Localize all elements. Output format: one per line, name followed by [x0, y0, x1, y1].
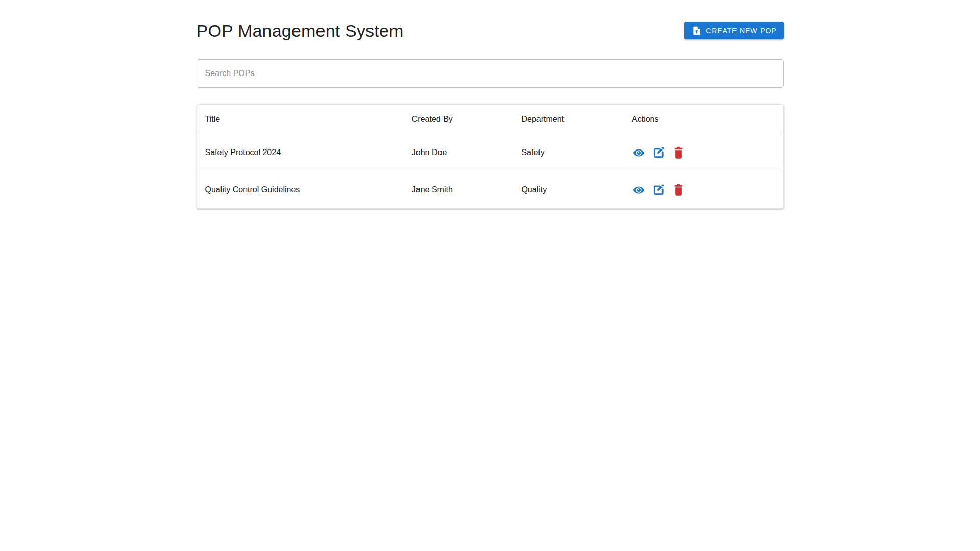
column-header-department: Department: [513, 115, 624, 124]
table-row: Safety Protocol 2024 John Doe Safety: [197, 134, 783, 171]
eye-icon: [632, 184, 645, 196]
trash-icon: [672, 183, 685, 197]
pop-management-page: POP Management System CREATE NEW POP Tit…: [197, 0, 784, 209]
trash-icon: [672, 146, 685, 160]
pop-created-by: John Doe: [404, 148, 513, 157]
eye-icon: [632, 146, 645, 159]
pop-created-by: Jane Smith: [404, 185, 513, 194]
pops-table: Title Created By Department Actions Safe…: [197, 104, 784, 209]
column-header-title: Title: [197, 115, 404, 124]
create-new-pop-button[interactable]: CREATE NEW POP: [684, 22, 783, 39]
edit-icon: [652, 146, 665, 159]
pop-actions-cell: [624, 183, 783, 196]
actions-group: [632, 146, 783, 159]
pop-title: Quality Control Guidelines: [197, 185, 404, 194]
column-header-actions: Actions: [624, 115, 783, 124]
pop-department: Quality: [513, 185, 624, 194]
pop-department: Safety: [513, 148, 624, 157]
view-pop-button[interactable]: [632, 183, 645, 196]
page-header: POP Management System CREATE NEW POP: [197, 20, 784, 41]
table-header-row: Title Created By Department Actions: [197, 105, 783, 134]
create-new-pop-label: CREATE NEW POP: [706, 27, 776, 35]
view-pop-button[interactable]: [632, 146, 645, 159]
edit-pop-button[interactable]: [652, 183, 665, 196]
actions-group: [632, 183, 783, 196]
pop-title: Safety Protocol 2024: [197, 148, 404, 157]
search-input[interactable]: [197, 59, 784, 88]
pop-actions-cell: [624, 146, 783, 159]
delete-pop-button[interactable]: [672, 146, 685, 159]
column-header-created-by: Created By: [404, 115, 513, 124]
upload-file-icon: [692, 26, 702, 36]
page-title: POP Management System: [197, 20, 404, 41]
edit-pop-button[interactable]: [652, 146, 665, 159]
table-row: Quality Control Guidelines Jane Smith Qu…: [197, 171, 783, 208]
delete-pop-button[interactable]: [672, 183, 685, 196]
edit-icon: [652, 184, 665, 196]
